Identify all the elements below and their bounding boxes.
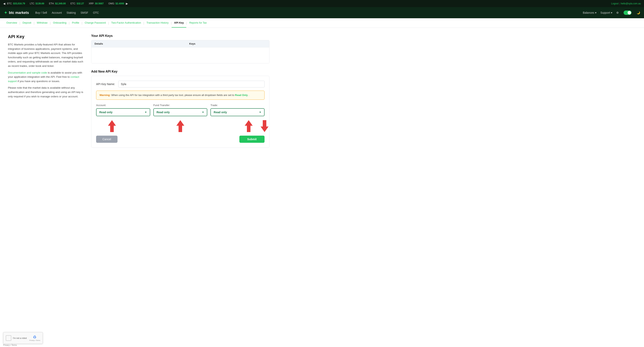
ticker-next-arrow[interactable]: ▶ [126,2,128,5]
subnav-api-key[interactable]: API Key [172,18,186,28]
nav-links: Buy / Sell Account Staking SMSF OTC [35,11,99,14]
arrow-shaft-3 [247,126,250,132]
ticker-prev-arrow[interactable]: ◀ [3,2,5,5]
arrow-head-1 [108,120,116,126]
cancel-button[interactable]: Cancel [96,136,118,143]
ticker-item-eth: ETH: $2,349.00 [49,2,66,5]
ticker-bar: ◀ BTC: $33,016.79 LTC: $139.69 ETH: $2,3… [0,0,644,7]
nav-link-smsf[interactable]: SMSF [81,11,88,14]
logout-link[interactable]: Logout [611,2,619,5]
nav-right: Balances ▾ Support ▾ ⚙ 🌙 [583,11,640,15]
arrow-up-trade [245,120,253,132]
arrow-head-2 [176,120,184,126]
ticker-price-xrp: $0.5687 [95,2,104,5]
balances-chevron-icon: ▾ [595,11,596,14]
subnav-withdraw[interactable]: Withdraw [34,18,50,28]
trade-dropdown-group: Trade: Read only ▼ [210,104,264,116]
subnav-transaction-history[interactable]: Transaction History [144,18,171,28]
dropdowns-wrapper: Account: Read only ▼ Fund Transfer: Read… [96,104,264,134]
warning-text: When using the API for tax integration w… [111,94,235,97]
account-dropdown[interactable]: Read only ▼ [96,108,150,116]
warning-period: . [248,94,249,97]
col-details: Details [91,40,186,47]
ticker-label-btc: BTC: [7,2,12,5]
sub-nav: Overview | Deposit | Withdraw | Onboardi… [0,18,644,28]
balances-label: Balances [583,11,594,14]
api-key-name-input[interactable] [118,81,264,88]
arrow-shaft-right [263,120,266,127]
arrow-head-3 [245,120,253,126]
subnav-reports-tax[interactable]: Reports for Tax [187,18,209,28]
right-panel: Your API Keys Details Keys Add New API K… [91,34,270,148]
account-dropdown-group: Account: Read only ▼ [96,104,150,116]
doc-link[interactable]: Documentation and sample code [8,71,47,74]
arrow-shaft-2 [178,126,182,132]
api-keys-table: Details Keys [91,40,270,64]
add-api-title: Add New API Key [91,70,270,73]
logo-text: btc markets [9,11,29,15]
api-key-name-row: API Key Name: [96,81,264,88]
toggle-knob [628,11,631,15]
col-keys: Keys [186,40,246,47]
nav-link-account[interactable]: Account [52,11,62,14]
subnav-onboarding[interactable]: Onboarding [50,18,69,28]
ticker-price-etc: $32.27 [77,2,84,5]
warning-bold: Warning: [100,94,110,97]
trade-dropdown-arrow-icon: ▼ [259,111,261,114]
arrow-head-right [260,127,268,132]
support-label: Support [600,11,610,14]
description-1: BTC Markets provides a fully-featured AP… [8,43,83,68]
subnav-2fa[interactable]: Two-Factor Authentication [109,18,143,28]
col-actions [246,40,269,47]
fund-transfer-dropdown[interactable]: Read only ▼ [153,108,208,116]
add-api-section: Add New API Key API Key Name: Warning: W… [91,70,270,148]
nav-link-buy-sell[interactable]: Buy / Sell [35,11,47,14]
fund-transfer-value: Read only [156,111,170,114]
ticker-label-eth: ETH: [49,2,54,5]
subnav-overview[interactable]: Overview [4,18,20,28]
ticker-price-eth: $2,349.00 [55,2,66,5]
form-buttons: Cancel Submit [96,136,264,143]
support-chevron-icon: ▾ [611,11,612,14]
subnav-change-password[interactable]: Change Password [82,18,108,28]
table-header: Details Keys [91,40,269,47]
trade-label: Trade: [210,104,264,107]
ticker-item-btc: BTC: $33,016.79 [7,2,25,5]
fund-transfer-dropdown-group: Fund Transfer: Read only ▼ [153,104,208,116]
support-btn[interactable]: Support ▾ [600,11,612,14]
arrow-up-fund-transfer [176,120,184,132]
ticker-item-xrp: XRP: $0.5687 [89,2,104,5]
ticker-item-ltc: LTC: $139.69 [30,2,44,5]
balances-btn[interactable]: Balances ▾ [583,11,596,14]
ticker-auth-sep: | [619,2,620,5]
ticker-label-ltc: LTC: [30,2,35,5]
nav-link-otc[interactable]: OTC [93,11,99,14]
dropdowns-row: Account: Read only ▼ Fund Transfer: Read… [96,104,264,116]
table-body [91,47,269,63]
arrow-down-right [260,120,268,132]
subnav-deposit[interactable]: Deposit [20,18,34,28]
content-area: API Key BTC Markets provides a fully-fea… [0,28,278,154]
ticker-price-btc: $33,016.79 [13,2,25,5]
warning-box: Warning: When using the API for tax inte… [96,91,264,100]
ticker-price-ltc: $139.69 [36,2,44,5]
ticker-price-omg: $2.4000 [116,2,124,5]
arrows-area [96,120,264,134]
ticker-auth: Logout | hello@syla.com.au [611,2,641,5]
api-keys-section-title: Your API Keys [91,34,270,38]
submit-button[interactable]: Submit [239,136,264,143]
subnav-profile[interactable]: Profile [70,18,82,28]
ticker-label-xrp: XRP: [89,2,94,5]
warning-read-only: Read Only [235,94,248,97]
trade-value: Read only [214,111,227,114]
logo[interactable]: ✦ btc markets [4,10,29,15]
dark-mode-toggle[interactable] [624,11,632,15]
ticker-item-etc: ETC: $32.27 [70,2,84,5]
account-dropdown-arrow-icon: ▼ [145,111,147,114]
nav-link-staking[interactable]: Staking [66,11,76,14]
account-label: Account: [96,104,150,107]
trade-dropdown[interactable]: Read only ▼ [210,108,264,116]
api-form-box: API Key Name: Warning: When using the AP… [91,76,270,148]
settings-icon[interactable]: ⚙ [616,11,619,14]
description-3-text: if you have any questions or issues. [18,80,60,83]
